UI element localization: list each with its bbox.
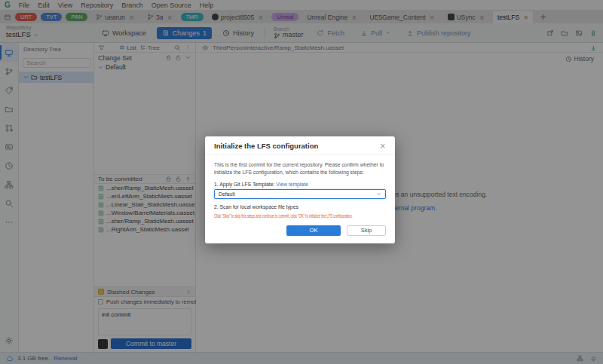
template-select[interactable]: Default: [214, 189, 386, 199]
chevron-down-icon: [376, 191, 381, 197]
close-icon[interactable]: ×: [380, 142, 386, 150]
template-select-value: Default: [219, 191, 235, 197]
ok-button[interactable]: OK: [286, 225, 341, 236]
dialog-warning-text: Click "Skip" to skip this steps and cont…: [214, 213, 386, 219]
view-template-link[interactable]: View template: [276, 182, 308, 187]
dialog-title: Initialize the LFS configuration: [214, 142, 318, 150]
lfs-init-dialog: Initialize the LFS configuration × This …: [205, 136, 395, 243]
skip-button[interactable]: Skip: [347, 225, 386, 236]
step2-label: 2. Scan for local workspace file types: [214, 204, 386, 210]
dialog-body-text: This is the first commit for the current…: [214, 161, 386, 176]
step1-label: 1. Apply Git LFS Template:: [214, 182, 274, 187]
